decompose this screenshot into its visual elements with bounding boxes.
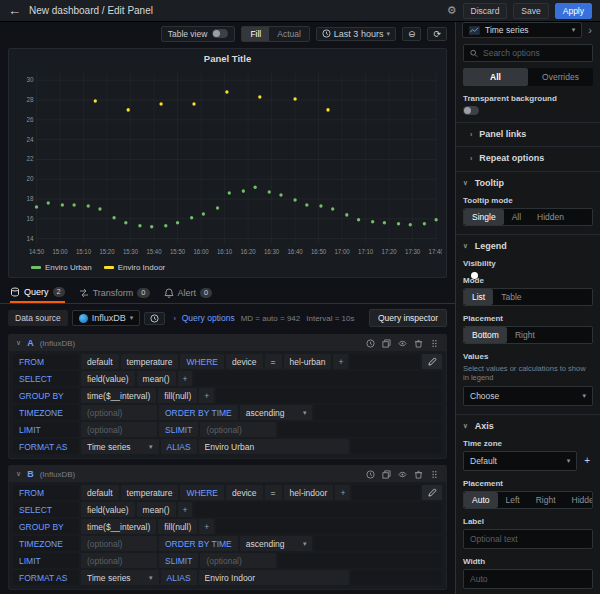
legend-values-select[interactable]: Choose ▾: [463, 386, 593, 406]
edit-raw-query-button[interactable]: [422, 354, 442, 369]
panel-links-group[interactable]: › Panel links: [456, 122, 600, 139]
query-header-b[interactable]: ∨ B (InfluxDB): [9, 466, 446, 482]
legend-item-enviro-indoor[interactable]: Enviro Indoor: [104, 263, 166, 272]
collapse-icon[interactable]: ∨: [16, 339, 21, 347]
tooltip-mode-hidden[interactable]: Hidden: [529, 209, 572, 225]
alias-input[interactable]: [199, 570, 349, 585]
axis-placement-left[interactable]: Left: [498, 492, 528, 508]
add-condition-button[interactable]: +: [333, 354, 348, 369]
query-options-link[interactable]: Query options: [182, 313, 235, 323]
where-tag-value[interactable]: hel-urban: [284, 354, 332, 369]
tooltip-mode-all[interactable]: All: [504, 209, 529, 225]
time-range-picker[interactable]: Last 3 hours ▾: [316, 27, 396, 41]
orderby-select[interactable]: ascending ▾: [240, 536, 313, 551]
legend-item-enviro-urban[interactable]: Enviro Urban: [31, 263, 92, 272]
groupby-time[interactable]: time($__interval): [81, 388, 156, 403]
select-function[interactable]: mean(): [137, 502, 176, 517]
drag-handle-icon[interactable]: [430, 470, 439, 479]
where-tag-key[interactable]: device: [226, 354, 263, 369]
timezone-input[interactable]: [81, 536, 157, 551]
query-inspector-button[interactable]: Query inspector: [369, 309, 447, 327]
add-timezone-button[interactable]: +: [581, 455, 593, 466]
alias-input[interactable]: [199, 439, 349, 454]
apply-button[interactable]: Apply: [555, 3, 592, 19]
tab-overrides[interactable]: Overrides: [528, 68, 593, 86]
axis-placement-right[interactable]: Right: [528, 492, 564, 508]
discard-button[interactable]: Discard: [463, 3, 508, 19]
tab-transform[interactable]: Transform 0: [79, 286, 150, 303]
options-search[interactable]: [463, 44, 593, 62]
legend-placement-bottom[interactable]: Bottom: [464, 327, 507, 343]
where-tag-value[interactable]: hel-indoor: [284, 485, 334, 500]
add-condition-button[interactable]: +: [335, 485, 350, 500]
axis-width-input[interactable]: [463, 569, 593, 589]
where-operator[interactable]: =: [265, 354, 282, 369]
groupby-fill[interactable]: fill(null): [158, 519, 197, 534]
tab-alert[interactable]: Alert 0: [164, 286, 213, 303]
groupby-time[interactable]: time($__interval): [81, 519, 156, 534]
measurement[interactable]: temperature: [121, 354, 179, 369]
add-select-button[interactable]: +: [178, 371, 193, 386]
tooltip-section-header[interactable]: ∨ Tooltip: [463, 178, 593, 188]
repeat-options-group[interactable]: › Repeat options: [456, 146, 600, 163]
eye-icon[interactable]: [398, 470, 407, 479]
query-header-a[interactable]: ∨ A (InfluxDB): [9, 335, 446, 351]
tab-all[interactable]: All: [463, 68, 528, 86]
legend-section-header[interactable]: ∨ Legend: [463, 241, 593, 251]
chart-svg[interactable]: 14161820222426283014:5015:0015:1015:2015…: [13, 66, 442, 263]
edit-raw-query-button[interactable]: [422, 485, 442, 500]
trash-icon[interactable]: [414, 470, 423, 479]
select-field[interactable]: field(value): [81, 371, 135, 386]
axis-placement-auto[interactable]: Auto: [464, 492, 498, 508]
options-search-input[interactable]: [483, 48, 586, 58]
table-view-switch[interactable]: [212, 29, 228, 38]
legend-placement-right[interactable]: Right: [507, 327, 543, 343]
history-icon[interactable]: [366, 339, 375, 348]
legend-mode-table[interactable]: Table: [493, 289, 529, 305]
drag-handle-icon[interactable]: [430, 339, 439, 348]
where-tag-key[interactable]: device: [226, 485, 263, 500]
add-groupby-button[interactable]: +: [199, 519, 214, 534]
fill-option[interactable]: Fill: [242, 27, 269, 41]
retention-policy[interactable]: default: [81, 485, 119, 500]
format-select[interactable]: Time series ▾: [81, 439, 159, 454]
panel-title[interactable]: Panel Title: [9, 49, 446, 66]
visualization-picker[interactable]: Time series ▾: [462, 22, 582, 38]
select-function[interactable]: mean(): [137, 371, 176, 386]
add-groupby-button[interactable]: +: [199, 388, 214, 403]
tooltip-mode-single[interactable]: Single: [464, 209, 504, 225]
slimit-input[interactable]: [200, 422, 276, 437]
retention-policy[interactable]: default: [81, 354, 119, 369]
chart-area[interactable]: 14161820222426283014:5015:0015:1015:2015…: [9, 66, 446, 263]
timezone-input[interactable]: [81, 405, 157, 420]
history-icon[interactable]: [366, 470, 375, 479]
slimit-input[interactable]: [200, 553, 276, 568]
measurement[interactable]: temperature: [121, 485, 179, 500]
gear-icon[interactable]: ⚙: [447, 4, 457, 17]
datasource-help-button[interactable]: [144, 312, 165, 325]
add-select-button[interactable]: +: [178, 502, 193, 517]
duplicate-icon[interactable]: [382, 470, 391, 479]
refresh-button[interactable]: ⟳: [427, 27, 447, 41]
save-button[interactable]: Save: [513, 3, 548, 19]
zoom-out-button[interactable]: ⊖: [402, 27, 422, 41]
axis-label-input[interactable]: [463, 529, 593, 549]
limit-input[interactable]: [81, 422, 157, 437]
duplicate-icon[interactable]: [382, 339, 391, 348]
collapse-sidebar-icon[interactable]: ›: [586, 24, 594, 36]
collapse-icon[interactable]: ∨: [16, 470, 21, 478]
actual-option[interactable]: Actual: [269, 27, 309, 41]
where-operator[interactable]: =: [265, 485, 282, 500]
legend-mode-list[interactable]: List: [464, 289, 493, 305]
datasource-picker[interactable]: InfluxDB ▾: [72, 310, 141, 326]
back-arrow-icon[interactable]: ←: [8, 3, 21, 18]
trash-icon[interactable]: [414, 339, 423, 348]
limit-input[interactable]: [81, 553, 157, 568]
format-select[interactable]: Time series ▾: [81, 570, 159, 585]
select-field[interactable]: field(value): [81, 502, 135, 517]
axis-timezone-select[interactable]: Default ▾: [463, 451, 577, 471]
chevron-right-icon[interactable]: ›: [173, 315, 175, 322]
axis-placement-hidden[interactable]: Hidden: [564, 492, 593, 508]
tab-query[interactable]: Query 2: [10, 286, 65, 303]
eye-icon[interactable]: [398, 339, 407, 348]
